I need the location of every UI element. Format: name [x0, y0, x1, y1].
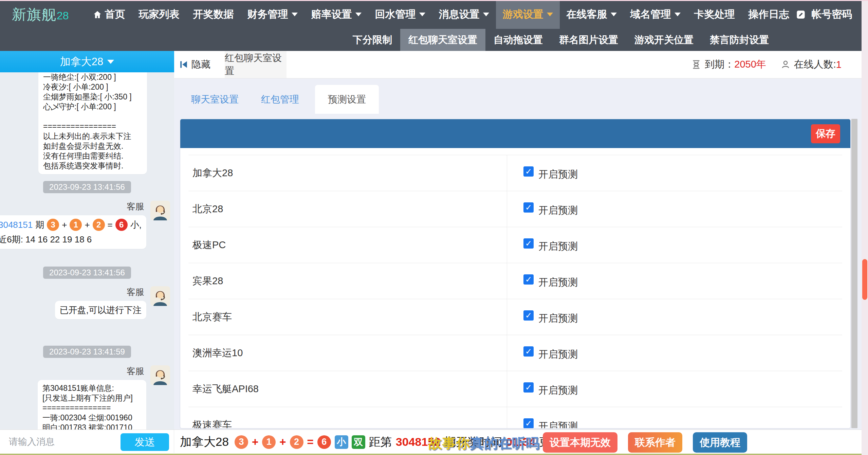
caret-down-icon — [547, 13, 553, 16]
topnav-item-财务管理[interactable]: 财务管理 — [241, 0, 304, 29]
topnav-item-在线客服[interactable]: 在线客服 — [560, 0, 624, 29]
game-name: 幸运飞艇API68 — [188, 371, 507, 407]
main-topbar: 隐藏 红包聊天室设置 到期： 2050年 在线人数: 1 — [174, 51, 868, 78]
edit-icon — [796, 10, 806, 19]
prediction-checkbox[interactable]: ✓ — [523, 418, 534, 429]
subnav-item-label: 禁言防封设置 — [710, 33, 769, 47]
chat-input-bar: 发送 — [0, 430, 174, 454]
save-button[interactable]: 保存 — [811, 124, 840, 143]
page-scrollbar[interactable] — [862, 0, 868, 455]
subnav-item-下分限制[interactable]: 下分限制 — [345, 29, 400, 51]
tab-prediction-settings[interactable]: 预测设置 — [315, 85, 379, 114]
prediction-cell: ✓ 开启预测 — [507, 407, 842, 429]
topnav-item-域名管理[interactable]: 域名管理 — [624, 0, 687, 29]
account-password-button[interactable]: 帐号密码 — [796, 0, 852, 29]
issue-number[interactable]: 3048151 — [0, 220, 33, 230]
result-badge: 小 — [335, 435, 348, 449]
panel-scrollbar-thumb[interactable] — [851, 119, 857, 428]
prediction-cell: ✓ 开启预测 — [507, 299, 842, 335]
topnav-item-label: 域名管理 — [630, 7, 671, 21]
page-scrollbar-thumb[interactable] — [862, 259, 867, 300]
bottom-button-联系作者[interactable]: 联系作者 — [628, 432, 682, 453]
prediction-checkbox[interactable]: ✓ — [523, 346, 534, 357]
prediction-cell: ✓ 开启预测 — [507, 191, 842, 227]
tab-chatroom-settings[interactable]: 聊天室设置 — [180, 93, 250, 106]
game-name: 北京28 — [188, 191, 507, 227]
prediction-checkbox[interactable]: ✓ — [523, 238, 534, 249]
topnav-item-消息设置[interactable]: 消息设置 — [432, 0, 496, 29]
chat-bubble-bill: 第3048151账单信息: [只发送上期有下注的用户] ============… — [38, 380, 146, 430]
top-navbar: 新旗舰28 首页 玩家列表 开奖数据 财务管理 赔率设置 回水管理 消息设置 游… — [0, 0, 868, 29]
chat-bubble-open: 已开盘,可以进行下注 — [55, 301, 146, 319]
subnav-item-label: 自动拖设置 — [494, 33, 543, 47]
topnav-item-游戏设置[interactable]: 游戏设置 — [496, 0, 560, 29]
chat-input[interactable] — [8, 436, 111, 448]
topnav-item-回水管理[interactable]: 回水管理 — [368, 0, 432, 29]
expire-value: 2050年 — [734, 58, 766, 71]
bottom-bar: 发送 加拿大28 3 + 1 + 2 = 6 小双 距第 3048152 期开奖… — [0, 430, 868, 455]
bottom-button-使用教程[interactable]: 使用教程 — [693, 432, 747, 453]
topnav-right: 帐号密码 退出 — [796, 0, 868, 29]
topnav-items: 首页 玩家列表 开奖数据 财务管理 赔率设置 回水管理 消息设置 游戏设置 在线… — [86, 0, 796, 29]
table-row: 宾果28 ✓ 开启预测 — [188, 263, 842, 299]
subnav-item-禁言防封设置[interactable]: 禁言防封设置 — [702, 29, 777, 51]
subnav-item-label: 下分限制 — [353, 33, 392, 47]
subnav-item-群名图片设置[interactable]: 群名图片设置 — [551, 29, 626, 51]
prediction-label: 开启预测 — [538, 348, 578, 361]
subnav-item-红包聊天室设置[interactable]: 红包聊天室设置 — [400, 29, 485, 51]
subnav-item-游戏开关位置[interactable]: 游戏开关位置 — [626, 29, 702, 51]
prediction-cell: ✓ 开启预测 — [507, 335, 842, 371]
panel-scrollbar[interactable] — [851, 119, 857, 428]
prediction-panel: 保存 加拿大28 ✓ 开启预测 北京28 ✓ 开启预测 极速PC ✓ 开启预测 … — [180, 119, 851, 429]
caret-down-icon — [483, 13, 489, 16]
prediction-checkbox[interactable]: ✓ — [523, 274, 534, 285]
draw-sum: 6 — [115, 219, 128, 231]
prediction-checkbox[interactable]: ✓ — [523, 166, 534, 177]
topnav-item-卡奖处理[interactable]: 卡奖处理 — [687, 0, 742, 29]
page-title-tab[interactable]: 红包聊天室设置 — [225, 51, 287, 78]
prediction-cell: ✓ 开启预测 — [507, 263, 842, 299]
bottom-button-设置本期无效[interactable]: 设置本期无效 — [543, 432, 617, 453]
brand-logo: 新旗舰28 — [12, 5, 69, 24]
subnav-items: 下分限制 红包聊天室设置 自动拖设置 群名图片设置 游戏开关位置 禁言防封设置 — [0, 29, 868, 51]
subnav-item-label: 游戏开关位置 — [634, 33, 694, 47]
topnav-item-开奖数据[interactable]: 开奖数据 — [186, 0, 241, 29]
topnav-item-label: 游戏设置 — [503, 7, 543, 21]
topnav-item-玩家列表[interactable]: 玩家列表 — [132, 0, 186, 29]
chevron-down-icon — [107, 60, 114, 64]
prediction-checkbox[interactable]: ✓ — [523, 202, 534, 213]
prediction-checkbox[interactable]: ✓ — [523, 310, 534, 321]
game-name: 极速PC — [188, 227, 507, 263]
prediction-label: 开启预测 — [538, 312, 578, 325]
chat-area: 一骑绝尘:[ 小双:200 ] 冷夜汐:[ 小单:200 ] 尘烟梦雨如墨染:[… — [0, 72, 174, 430]
sender-name: 客服 — [127, 365, 144, 377]
collapse-left-icon — [179, 60, 188, 69]
topnav-item-label: 操作日志 — [749, 7, 789, 21]
content-area: 聊天室设置 红包管理 预测设置 保存 加拿大28 ✓ 开启预测 北京28 ✓ 开… — [174, 78, 868, 430]
topnav-item-首页[interactable]: 首页 — [86, 0, 132, 29]
online-label: 在线人数: — [794, 58, 836, 71]
expire-label: 到期： — [705, 58, 734, 71]
topnav-item-操作日志[interactable]: 操作日志 — [742, 0, 796, 29]
prediction-checkbox[interactable]: ✓ — [523, 382, 534, 393]
table-row: 极速PC ✓ 开启预测 — [188, 227, 842, 263]
game-name: 澳洲幸运10 — [188, 335, 507, 371]
tab-redpacket-management[interactable]: 红包管理 — [250, 93, 310, 106]
topnav-item-赔率设置[interactable]: 赔率设置 — [304, 0, 368, 29]
draw-number: 2 — [290, 435, 303, 449]
table-row: 极速赛车 ✓ 开启预测 — [188, 407, 842, 429]
ticker-badges: 小双 — [335, 435, 365, 449]
result-badge: 双 — [352, 435, 365, 449]
game-selector[interactable]: 加拿大28 — [0, 51, 174, 72]
chat-bubble-result: 第 3048151 期 3 + 1 + 2 = 6 小, 双 近6期: — [0, 215, 146, 249]
ticker-game-name: 加拿大28 — [180, 434, 229, 450]
send-button[interactable]: 发送 — [121, 433, 169, 451]
hide-sidebar-button[interactable]: 隐藏 — [179, 58, 210, 71]
draw-number: 1 — [70, 219, 82, 231]
draw-number: 3 — [235, 435, 248, 449]
prediction-label: 开启预测 — [538, 384, 578, 397]
avatar — [150, 286, 170, 306]
panel-header: 保存 — [180, 119, 850, 148]
topnav-item-label: 财务管理 — [247, 7, 288, 21]
subnav-item-自动拖设置[interactable]: 自动拖设置 — [485, 29, 551, 51]
